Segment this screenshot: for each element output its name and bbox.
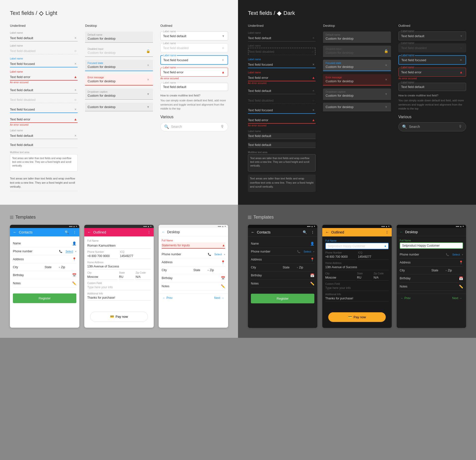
tf-underlined-error[interactable]: Text field error ▲ [10, 74, 78, 81]
dark-search-icon-contacts[interactable]: 🔍 [303, 230, 307, 234]
chevron-down-icon-1[interactable]: ▾ [146, 92, 150, 96]
dark-multiline-field-1[interactable]: Text areas are taller than text fields a… [248, 154, 316, 172]
dark-tf-underlined-9[interactable]: Text field default [248, 133, 316, 139]
dark-phone-value[interactable]: +8 800 700 9000 [325, 254, 356, 260]
dark-back-arrow-contacts[interactable]: ← [251, 230, 255, 234]
close-icon-5[interactable]: × [73, 133, 78, 138]
dark-city-value[interactable]: Moscow [325, 275, 356, 281]
close-icon-desktop-2[interactable]: × [146, 77, 150, 82]
search-icon-contacts[interactable]: 🔍 [65, 230, 69, 234]
outlined-plain[interactable]: Label name Text field default [160, 83, 228, 91]
dark-address-value[interactable]: 13th Avenue of Success [325, 264, 389, 270]
dark-tf-underlined-3[interactable]: Text field focused × [248, 61, 316, 68]
tf-underlined-error-2[interactable]: Text field error ▲ [10, 116, 78, 123]
dark-zip-value[interactable]: N/A [374, 275, 389, 281]
dark-tf-underlined-5[interactable]: Text field default × [248, 87, 316, 94]
close-icon-3[interactable]: × [73, 88, 78, 92]
dark-desktop-dropdown-1[interactable]: Dropdown caption Custom for desktop ▾ [323, 88, 391, 100]
tf-underlined-focused[interactable]: Text field focused × [10, 60, 78, 67]
dark-outlined-default[interactable]: Label name Text field default ▾ [398, 31, 466, 40]
chevron-down-icon-3[interactable]: ▾ [221, 34, 225, 38]
tf-underlined-default-1[interactable]: Text field default × [10, 35, 78, 41]
address-value[interactable]: 13th Avenue of Success [87, 264, 151, 269]
dark-icq-value[interactable]: 14549277 [358, 254, 389, 260]
chevron-select[interactable]: ▾ [75, 250, 76, 253]
dark-outlined-error[interactable]: Label name Text field error ▲ [398, 68, 466, 77]
dark-register-btn[interactable]: Register [251, 294, 314, 303]
dark-pay-btn[interactable]: 💳 Pay now [328, 312, 386, 322]
zip-value[interactable]: N/A [136, 274, 151, 280]
outlined-default[interactable]: Label name Text field default ▾ [160, 31, 228, 40]
custom-field-value[interactable]: Type here your info [87, 285, 151, 290]
search-field[interactable]: 🔍 Search 🎙 [160, 122, 228, 131]
dark-desktop-filled-1[interactable]: Default name Custom for desktop [323, 31, 391, 43]
dark-desktop-chevron-select[interactable]: ▾ [462, 253, 463, 256]
additional-value[interactable]: Thanks for purchase! [87, 295, 151, 301]
dark-more-icon-outlined[interactable]: ⋮ [385, 230, 389, 234]
close-icon-desktop-1[interactable]: × [146, 63, 150, 67]
state-value[interactable]: RU [119, 274, 134, 280]
dark-close-icon-3[interactable]: × [311, 88, 316, 93]
close-icon-2[interactable]: × [73, 61, 78, 66]
dark-state-value[interactable]: RU [357, 275, 372, 281]
dark-desktop-filled-3[interactable]: Focused state Custom for desktop × [323, 60, 391, 71]
dark-mic-icon[interactable]: 🎙 [458, 124, 462, 129]
dark-desktop-select-btn[interactable]: Select [452, 253, 460, 256]
dark-close-icon-desktop-2[interactable]: × [384, 77, 388, 82]
dark-close-outlined-1[interactable]: × [459, 58, 463, 62]
mic-icon[interactable]: 🎙 [220, 124, 224, 129]
close-icon-1[interactable]: × [73, 36, 78, 40]
dark-prev-btn[interactable]: ← Prev [401, 296, 411, 300]
back-arrow-contacts-light[interactable]: ← [13, 230, 17, 234]
state-chevron[interactable]: ▾ [59, 266, 60, 269]
desktop-filled-default[interactable]: Default name Custom for desktop [85, 31, 153, 43]
icq-value[interactable]: 14549277 [120, 253, 151, 259]
desktop-dropdown-1[interactable]: Dropdown caption Custom for desktop ▾ [85, 88, 153, 100]
dark-search-field[interactable]: 🔍 Search 🎙 [398, 122, 466, 131]
dark-chevron-select[interactable]: ▾ [313, 250, 314, 253]
dark-desktop-filled-4[interactable]: Error message Custom for desktop × [323, 74, 391, 86]
dark-select-btn[interactable]: Select [303, 250, 311, 253]
back-arrow-outlined-light[interactable]: ← [87, 230, 91, 234]
dark-tf-underlined-1[interactable]: Text field default × [248, 35, 316, 41]
dark-chevron-1[interactable]: ▾ [384, 92, 388, 96]
dark-outlined-focused[interactable]: Label name Text field focused × [398, 55, 466, 65]
tf-underlined-plain[interactable]: Text field default [10, 142, 78, 148]
dark-desktop-fullname-input[interactable]: Setproduct Happy Customer [400, 242, 463, 249]
dark-close-icon-4[interactable]: × [311, 108, 316, 112]
back-arrow-desktop-light[interactable]: ← [162, 230, 165, 234]
phone-value[interactable]: +8 800 700 9000 [87, 253, 118, 259]
tf-underlined-default-2[interactable]: Text field default × [10, 87, 78, 93]
dark-close-icon-1[interactable]: × [311, 36, 316, 40]
tf-multiline-1[interactable]: Text areas are taller than text fields a… [10, 154, 78, 172]
dark-next-btn[interactable]: Next → [452, 296, 462, 300]
dark-custom-value[interactable]: Type here your info [325, 285, 389, 291]
outlined-focused[interactable]: Label name Text field focused × [160, 55, 228, 65]
dark-additional-value[interactable]: Thanks for purchase! [325, 296, 389, 301]
dark-chevron-2[interactable]: ▾ [384, 105, 388, 109]
dark-more-icon-contacts[interactable]: ⋮ [311, 230, 314, 234]
dark-chevron-outlined-1[interactable]: ▾ [459, 34, 463, 38]
city-value[interactable]: Moscow [87, 274, 118, 280]
contacts-register-btn[interactable]: Register [13, 293, 76, 303]
dark-back-arrow-desktop[interactable]: ← [400, 230, 403, 234]
outlined-error[interactable]: Label name Text field error ▲ [160, 68, 228, 77]
dark-tf-underlined-8[interactable]: Text field error ▲ [248, 117, 316, 124]
tf-underlined-focused-2[interactable]: Text field focused × [10, 106, 78, 113]
dark-tf-underlined-7[interactable]: Text field focused × [248, 107, 316, 114]
dark-tf-underlined-4[interactable]: Text field error ▲ [248, 74, 316, 81]
select-btn[interactable]: Select [65, 250, 73, 253]
desktop-fullname-input[interactable]: Statements for inputs ▲ [162, 242, 225, 249]
dark-desktop-state-chevron[interactable]: ▾ [446, 269, 447, 272]
desktop-filled-error[interactable]: Error message Custom for desktop × [85, 74, 153, 86]
next-btn-light[interactable]: Next → [214, 296, 224, 300]
dark-multiline-field-2[interactable]: Text areas are taller than text fields a… [248, 174, 316, 192]
dark-fullname-input[interactable]: Setproduct Happy Customer ● [325, 243, 389, 249]
more-icon-outlined[interactable]: ⋮ [147, 230, 151, 234]
chevron-down-icon-2[interactable]: ▾ [146, 105, 150, 109]
tf-multiline-2[interactable]: Text areas are taller than text fields a… [10, 174, 78, 191]
desktop-state-chevron[interactable]: ▾ [208, 269, 209, 272]
dark-close-icon-2[interactable]: × [311, 62, 316, 67]
more-icon-contacts[interactable]: ⋮ [73, 230, 76, 234]
dark-state-chevron[interactable]: ▾ [297, 266, 298, 269]
